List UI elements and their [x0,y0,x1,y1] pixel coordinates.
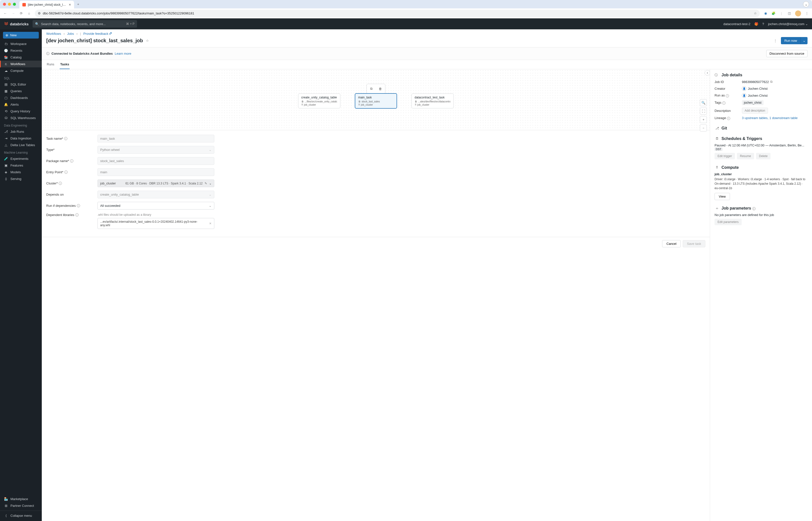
task-name-input[interactable]: main_task [97,135,214,142]
copy-task-button[interactable]: ⧉ [368,85,375,92]
run-now-button[interactable]: Run now [781,37,800,44]
bookmark-star-icon[interactable]: ☆ [754,12,757,15]
sidebar-item-dashboards[interactable]: ▢Dashboards [0,94,42,101]
delete-task-button[interactable]: 🗑 [377,85,384,92]
dependent-library-input[interactable]: ...ev/artifacts/.internal/stock_last_sal… [97,218,214,229]
back-icon[interactable]: ← [3,12,7,15]
resume-trigger-button[interactable]: Resume [737,153,754,159]
pencil-icon[interactable]: ✎ [205,182,207,185]
info-icon[interactable]: i [75,213,78,217]
cancel-button[interactable]: Cancel [662,240,680,247]
profile-avatar[interactable] [795,10,801,16]
sidebar-item-workflows[interactable]: ⎌Workflows [0,61,42,67]
sidebar-item-collapse-menu[interactable]: ⟨Collapse menu [0,512,42,519]
info-icon[interactable]: i [752,207,755,210]
kebab-menu-button[interactable]: ⋮ [772,38,779,44]
lineage-link[interactable]: 3 upstream tables, 1 downstream table [742,116,797,120]
task-node-main-task[interactable]: main_task 🗎stock_last_sales ⠿job_cluster [355,93,397,109]
databricks-logo[interactable]: databricks [4,22,29,26]
package-name-input[interactable]: stock_last_sales [97,157,214,165]
window-maximize-icon[interactable] [13,3,16,6]
reload-icon[interactable]: ⟳ [19,12,23,15]
info-icon[interactable]: i [726,94,729,97]
learn-more-link[interactable]: Learn more [115,52,131,55]
edit-trigger-button[interactable]: Edit trigger [715,153,735,159]
delete-trigger-button[interactable]: Delete [756,153,771,159]
sidebar-item-workspace[interactable]: 🗀Workspace [0,41,42,47]
sidebar-item-experiments[interactable]: 🧪Experiments [0,155,42,162]
sidebar-item-catalog[interactable]: 📚Catalog [0,54,42,61]
site-settings-icon[interactable]: ⚙ [38,12,41,15]
run-now-dropdown[interactable]: ⌄ [800,37,808,44]
tab-runs[interactable]: Runs [46,60,55,69]
window-close-icon[interactable] [3,3,6,6]
user-menu[interactable]: jochen.christ@innoq.com ⌄ [768,22,808,26]
provide-feedback-link[interactable]: Provide feedback [83,32,112,36]
dag-fullscreen-button[interactable]: ⛶ [700,108,707,115]
sidebar-item-recents[interactable]: 🕑Recents [0,47,42,54]
sidebar-item-serving[interactable]: ⟠Serving [0,176,42,182]
window-minimize-icon[interactable] [8,3,11,6]
cluster-select[interactable]: job_cluster 61 GB · 8 Cores · DBR 13.3 L… [97,179,214,187]
entry-point-input[interactable]: main [97,168,214,176]
chrome-menu-icon[interactable]: ⋮ [805,12,809,15]
sidebar-item-data-ingestion[interactable]: ⇥Data Ingestion [0,135,42,142]
collapse-details-button[interactable]: › [705,70,710,75]
dag-canvas[interactable]: ⧉ 🗑 create_unity_catalog_table 🗎...files… [42,69,710,130]
view-compute-button[interactable]: View [715,193,730,200]
sidebar-item-job-runs[interactable]: ⎇Job Runs [0,128,42,135]
url-bar[interactable]: ⚙ dbc-5829e67d-6e9e.cloud.databricks.com… [35,10,760,17]
sidebar-item-sql-editor[interactable]: ▤SQL Editor [0,81,42,88]
task-node-create-unity-catalog-table[interactable]: create_unity_catalog_table 🗎...files/src… [298,93,340,108]
libs-hint: .whl files should be uploaded as a libra… [97,213,214,217]
tag-chip[interactable]: jochen_christ [742,100,764,105]
remove-library-icon[interactable]: ✕ [209,222,211,225]
sidebar-item-sql-warehouses[interactable]: ⛁SQL Warehouses [0,115,42,121]
tabs-dropdown-icon[interactable]: ⌄ [803,1,809,7]
info-icon[interactable]: i [722,101,725,105]
sidebar-item-query-history[interactable]: ⟲Query History [0,108,42,115]
edit-parameters-button[interactable]: Edit parameters [715,219,742,225]
copy-icon[interactable]: ⧉ [770,80,772,84]
help-icon[interactable]: ? [762,22,764,26]
new-tab-button[interactable]: ＋ [76,2,80,6]
side-panel-icon[interactable]: ◫ [787,12,792,15]
sidebar-item-models[interactable]: ◈Models [0,169,42,176]
extensions-puzzle-icon[interactable]: 🧩 [771,12,776,15]
new-button[interactable]: ⊕ New [3,32,39,39]
sidebar-item-delta-live-tables[interactable]: △Delta Live Tables [0,142,42,149]
sidebar-item-features[interactable]: ▣Features [0,162,42,169]
sidebar-item-compute[interactable]: ☁Compute [0,67,42,74]
user-avatar-icon: 👤 [742,86,746,91]
dag-search-button[interactable]: 🔍 [700,99,707,106]
workspace-name[interactable]: datacontract-test-2 [723,22,750,26]
run-if-select[interactable]: All succeeded⌄ [97,202,214,209]
breadcrumb-jobs[interactable]: Jobs [67,32,74,36]
gift-icon[interactable]: 🎁 [754,22,758,26]
add-description-button[interactable]: Add description [742,108,768,114]
browser-tab[interactable]: [dev jochen_christ] stock_las... ✕ [19,1,74,9]
info-icon[interactable]: i [59,182,62,185]
type-select[interactable]: Python wheel⌄ [97,146,214,154]
favorite-star-icon[interactable]: ☆ [146,39,149,43]
task-node-datacontract-test[interactable]: datacontract_test_task 🗎...ales/dev/file… [411,93,454,108]
info-icon[interactable]: i [64,137,67,140]
sidebar-item-queries[interactable]: ▦Queries [0,88,42,94]
breadcrumb-workflows[interactable]: Workflows [46,32,61,36]
info-icon[interactable]: i [77,204,80,207]
info-icon[interactable]: i [727,117,730,120]
info-icon[interactable]: i [64,171,68,174]
sidebar-item-alerts[interactable]: 🔔Alerts [0,101,42,108]
extension-icon[interactable]: ◉ [763,12,768,15]
dag-zoom-out-button[interactable]: － [700,124,707,132]
dag-zoom-in-button[interactable]: ＋ [700,116,707,123]
close-tab-icon[interactable]: ✕ [69,3,71,6]
home-icon[interactable]: ⌂ [27,12,31,15]
sidebar-item-partner-connect[interactable]: ⊞Partner Connect [0,502,42,509]
sidebar-item-marketplace[interactable]: 🏪Marketplace [0,496,42,502]
info-icon[interactable]: i [70,159,73,163]
depends-on-select[interactable]: create_unity_catalog_table⌄ [97,191,214,198]
tab-tasks[interactable]: Tasks [60,60,70,69]
disconnect-button[interactable]: Disconnect from source [766,50,808,57]
global-search-input[interactable]: 🔍 Search data, notebooks, recents, and m… [32,20,137,28]
